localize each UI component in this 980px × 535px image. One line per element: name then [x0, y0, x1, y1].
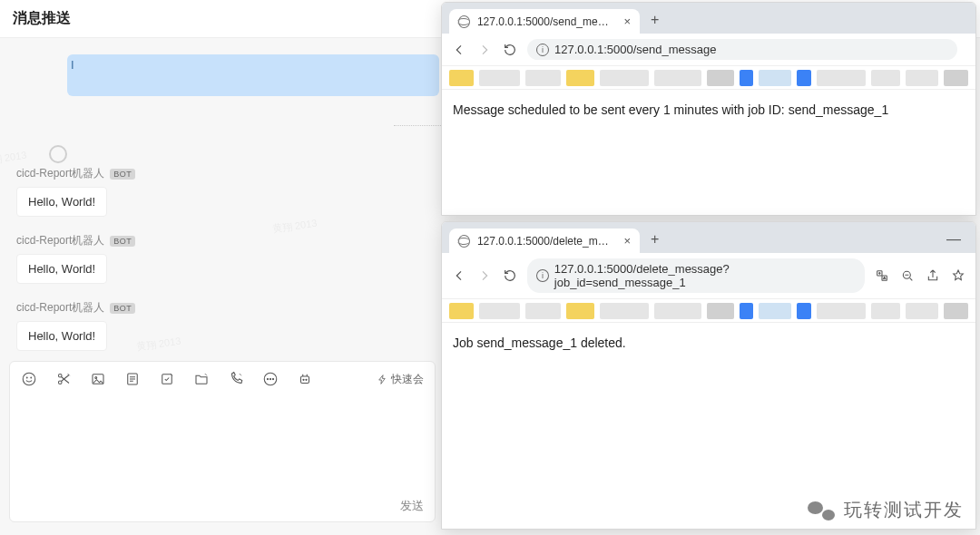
tab-title: 127.0.0.1:5000/send_message [477, 15, 613, 28]
bookmark-item[interactable] [906, 303, 938, 319]
browser-tab[interactable]: 127.0.0.1:5000/send_message × [449, 9, 640, 34]
bookmark-bar [442, 66, 975, 90]
site-info-icon[interactable]: i [536, 44, 549, 56]
highlight-prefix: I [71, 58, 74, 72]
tab-strip: 127.0.0.1:5000/delete_messag × + — [442, 222, 975, 253]
bookmark-bar [442, 299, 975, 323]
folder-icon[interactable] [193, 371, 210, 387]
bot-badge: BOT [110, 236, 135, 247]
url-field[interactable]: i 127.0.0.1:5000/send_message [527, 39, 957, 60]
quick-label: 快速会 [391, 372, 424, 387]
bookmark-item[interactable] [707, 303, 735, 319]
bookmark-item[interactable] [566, 303, 594, 319]
svg-point-3 [58, 381, 62, 384]
svg-point-10 [267, 378, 268, 379]
site-info-icon[interactable]: i [536, 269, 549, 282]
highlighted-message[interactable]: I tu [67, 54, 439, 96]
globe-icon [458, 15, 470, 28]
browser-window-send: 127.0.0.1:5000/send_message × + i 127.0.… [441, 2, 976, 216]
svg-point-14 [303, 379, 304, 380]
window-minimize-placeholder[interactable]: — [939, 231, 968, 253]
star-icon[interactable] [950, 268, 966, 284]
bot-badge: BOT [110, 303, 135, 314]
scissors-icon[interactable] [55, 371, 72, 387]
message-composer: 快速会 发送 [9, 361, 436, 522]
quick-reply-button[interactable]: 快速会 [377, 372, 424, 387]
bookmark-item[interactable] [600, 70, 649, 86]
address-bar-actions [874, 268, 966, 284]
image-icon[interactable] [90, 371, 106, 387]
bookmark-item[interactable] [740, 70, 752, 86]
phone-icon[interactable] [228, 371, 244, 387]
footer-text: 玩转测试开发 [844, 498, 964, 522]
send-button[interactable]: 发送 [400, 498, 424, 514]
bookmark-item[interactable] [797, 303, 811, 319]
zoom-icon[interactable] [899, 268, 916, 284]
translate-icon[interactable] [874, 268, 890, 284]
composer-toolbar: 快速会 [10, 362, 435, 396]
emoji-icon[interactable] [21, 371, 37, 387]
close-icon[interactable]: × [623, 234, 631, 248]
bookmark-item[interactable] [707, 70, 735, 86]
url-text: 127.0.0.1:5000/send_message [554, 43, 717, 56]
bookmark-item[interactable] [654, 70, 701, 86]
bookmark-item[interactable] [566, 70, 594, 86]
bookmark-item[interactable] [871, 70, 900, 86]
bookmark-item[interactable] [449, 70, 474, 86]
address-bar: i 127.0.0.1:5000/send_message [442, 34, 975, 66]
bookmark-item[interactable] [449, 303, 474, 319]
tab-strip: 127.0.0.1:5000/send_message × + [442, 3, 975, 34]
address-bar: i 127.0.0.1:5000/delete_message?job_id=s… [442, 253, 975, 299]
note-icon[interactable] [124, 371, 141, 387]
forward-button[interactable] [476, 268, 493, 284]
new-tab-button[interactable]: + [645, 10, 664, 34]
back-button[interactable] [451, 268, 467, 284]
svg-rect-13 [301, 376, 309, 384]
bookmark-item[interactable] [817, 70, 866, 86]
bookmark-item[interactable] [817, 303, 866, 319]
back-button[interactable] [451, 42, 467, 58]
window-minimize-placeholder[interactable] [954, 28, 968, 34]
svg-point-4 [58, 374, 62, 377]
bookmark-item[interactable] [944, 70, 968, 86]
message-bubble[interactable]: Hello, World! [16, 321, 107, 351]
close-icon[interactable]: × [623, 15, 631, 28]
tab-title: 127.0.0.1:5000/delete_messag [477, 235, 613, 248]
svg-point-2 [31, 377, 32, 378]
bookmark-item[interactable] [740, 303, 752, 319]
browser-tab[interactable]: 127.0.0.1:5000/delete_messag × [449, 229, 640, 253]
new-tab-button[interactable]: + [645, 229, 664, 253]
bookmark-item[interactable] [906, 70, 938, 86]
bookmark-item[interactable] [944, 303, 968, 319]
reload-button[interactable] [502, 268, 518, 284]
browser-window-delete: 127.0.0.1:5000/delete_messag × + — i 127… [441, 221, 976, 530]
bookmark-item[interactable] [797, 70, 811, 86]
footer-watermark: 玩转测试开发 [808, 498, 964, 522]
robot-icon[interactable] [297, 371, 313, 387]
message-bubble[interactable]: Hello, World! [16, 187, 107, 217]
bookmark-item[interactable] [600, 303, 649, 319]
bookmark-item[interactable] [479, 70, 520, 86]
reload-button[interactable] [502, 42, 518, 58]
bookmark-item[interactable] [759, 70, 791, 86]
share-icon[interactable] [925, 268, 941, 284]
message-bubble[interactable]: Hello, World! [16, 254, 107, 284]
page-content: Job send_message_1 deleted. [442, 323, 975, 363]
bookmark-item[interactable] [654, 303, 701, 319]
bookmark-item[interactable] [525, 70, 562, 86]
bookmark-item[interactable] [871, 303, 900, 319]
forward-button[interactable] [476, 42, 493, 58]
svg-point-0 [23, 373, 35, 385]
task-icon[interactable] [159, 371, 175, 387]
svg-point-1 [26, 377, 27, 378]
bookmark-item[interactable] [525, 303, 562, 319]
bookmark-item[interactable] [759, 303, 791, 319]
bookmark-item[interactable] [479, 303, 520, 319]
sender-name: cicd-Report机器人 [16, 166, 104, 181]
url-field[interactable]: i 127.0.0.1:5000/delete_message?job_id=s… [527, 258, 865, 293]
wechat-icon [808, 500, 835, 521]
avatar-placeholder [49, 145, 67, 163]
page-content: Message scheduled to be sent every 1 min… [442, 90, 975, 130]
url-text: 127.0.0.1:5000/delete_message?job_id=sen… [554, 262, 856, 289]
more-icon[interactable] [262, 371, 279, 387]
